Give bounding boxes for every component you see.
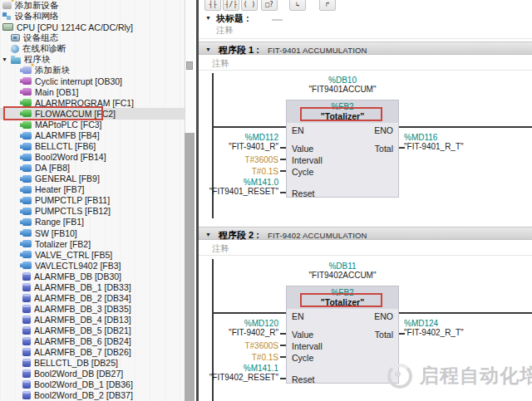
- tree-item[interactable]: ALARMFB_DB [DB30]: [0, 271, 185, 281]
- eno-pin: ENO: [374, 125, 393, 135]
- network-1-body: %DB10 "FIT9401ACCUM" %FB2 "Totalizer" EN…: [199, 73, 532, 220]
- tree-item[interactable]: PUMPCTLP [FB11]: [0, 195, 185, 206]
- instance-db-label[interactable]: %DB11 "FIT9402ACCUM": [286, 262, 399, 280]
- operand-value[interactable]: %MD112 "FIT-9401_R": [199, 133, 278, 151]
- tree-item[interactable]: VALVE_CTRL [FB5]: [0, 249, 185, 260]
- fb-icon: [22, 251, 32, 258]
- operand-value[interactable]: %MD120 "FIT-9402_R": [199, 319, 278, 337]
- empty-box-button[interactable]: □?: [261, 0, 278, 11]
- tree-item[interactable]: ▼ 程序块: [0, 54, 185, 65]
- tree-item[interactable]: Bool2Word_DB_1 [DB36]: [0, 379, 185, 390]
- tia-portal-window: 添加新设备 设备和网络 CPU [CPU 1214C AC/DC/Rly] 设备…: [0, 0, 532, 401]
- nc-contact-button[interactable]: ┤/├: [223, 0, 239, 11]
- collapse-icon[interactable]: ▼: [205, 15, 211, 21]
- network-comment[interactable]: 注释: [212, 58, 229, 70]
- tree-item[interactable]: ALARMFB_DB_3 [DB35]: [0, 303, 185, 314]
- tree-item[interactable]: Bool2Word_DB [DB27]: [0, 369, 185, 379]
- expander-icon[interactable]: ▼: [2, 56, 9, 62]
- network-icon: [2, 12, 12, 20]
- panel-splitter[interactable]: [185, 133, 195, 401]
- operand-cycle[interactable]: T#0.1S: [199, 167, 278, 176]
- block-title-label: 块标题 :: [216, 12, 249, 25]
- fb-icon: [22, 262, 32, 269]
- db-icon: [22, 380, 31, 389]
- tree-item[interactable]: MAPtoPLC [FC3]: [0, 120, 185, 130]
- db-icon: [22, 391, 31, 399]
- tree-item[interactable]: Bool2Word [FB14]: [0, 152, 185, 163]
- eno-pin: ENO: [374, 311, 393, 321]
- tree-item[interactable]: Totalizer [FB2]: [0, 238, 185, 249]
- tree-item[interactable]: ALARMFB [FB4]: [0, 130, 185, 141]
- tree-item[interactable]: SW [FB10]: [0, 227, 185, 238]
- fb-icon: [22, 175, 32, 183]
- collapse-icon[interactable]: ▼: [205, 46, 211, 52]
- wire: [280, 147, 286, 149]
- operand-cycle[interactable]: T#0.1S: [199, 353, 278, 362]
- tree-item[interactable]: Cyclic interrupt [OB30]: [0, 76, 185, 86]
- tree-item[interactable]: ALARMFB_DB_5 [DB21]: [0, 325, 185, 335]
- block-title-placeholder[interactable]: [272, 19, 283, 21]
- collapse-icon[interactable]: ▼: [205, 232, 211, 237]
- fb-icon: [22, 154, 32, 161]
- operand-reset[interactable]: %M141.0 "FIT9401_RESET": [199, 178, 278, 196]
- function-block-totalizer[interactable]: %FB2 "Totalizer" EN ENO Value Intervall …: [286, 286, 399, 384]
- operand-reset[interactable]: %M141.1 "FIT9402_RESET": [199, 364, 278, 382]
- network-1-header[interactable]: ▼ 程序段 1 : FIT-9401 ACCUMULATION: [199, 42, 532, 55]
- port-value: Value: [292, 330, 313, 340]
- tree-item[interactable]: ALARMFB_DB_4 [DB13]: [0, 314, 185, 325]
- db-icon: [22, 348, 31, 356]
- tree-item[interactable]: ALARMFB_DB_6 [DB24]: [0, 335, 185, 346]
- close-branch-button[interactable]: ↱: [319, 0, 336, 11]
- instance-db-label[interactable]: %DB10 "FIT9401ACCUM": [286, 76, 399, 94]
- tree-item[interactable]: ALARMFB_DB_7 [DB26]: [0, 347, 185, 358]
- function-block-totalizer[interactable]: %FB2 "Totalizer" EN ENO Value Intervall …: [286, 100, 399, 198]
- highlight-annotation-totalizer: [300, 107, 382, 121]
- tree-item[interactable]: VAVLECTL9402 [FB3]: [0, 260, 185, 271]
- ladder-toolbar: ┤├┤/├( )□?↳↱: [199, 0, 532, 11]
- network-2-header[interactable]: ▼ 程序段 2 : FIT-9402 ACCUMULATION: [199, 227, 532, 240]
- tree-item[interactable]: 添加新块: [0, 65, 185, 76]
- tree-item[interactable]: 在线和诊断: [0, 43, 185, 54]
- operand-total[interactable]: %MD116 "FIT-9401_R_T": [404, 133, 529, 151]
- network-subtitle: FIT-9401 ACCUMULATION: [268, 46, 367, 55]
- project-tree: 添加新设备 设备和网络 CPU [CPU 1214C AC/DC/Rly] 设备…: [0, 0, 185, 401]
- no-contact-button[interactable]: ┤├: [204, 0, 221, 11]
- tree-item[interactable]: 设备和网络: [0, 11, 185, 22]
- wire: [212, 312, 287, 314]
- tree-item[interactable]: 设备组态: [0, 32, 185, 43]
- tree-item[interactable]: Heater [FB7]: [0, 184, 185, 195]
- fc-icon: [22, 121, 32, 129]
- tree-item[interactable]: Main [OB1]: [0, 86, 185, 97]
- tree-item[interactable]: PUMPCTLS [FB12]: [0, 206, 185, 217]
- en-pin: EN: [292, 125, 304, 135]
- db-icon: [22, 337, 31, 345]
- tree-item[interactable]: Bool2Word_DB_2 [DB37]: [0, 390, 185, 401]
- diag-icon: [11, 45, 19, 53]
- operand-intervall[interactable]: T#3600S: [199, 341, 278, 350]
- scrollbar-thumb[interactable]: [186, 61, 193, 70]
- tree-item[interactable]: 添加新设备: [0, 0, 185, 11]
- tree-item[interactable]: Range [FB1]: [0, 217, 185, 227]
- operand-intervall[interactable]: T#3600S: [199, 155, 278, 164]
- tree-item[interactable]: ALARMFB_DB_2 [DB34]: [0, 292, 185, 303]
- block-header: %FB2 "Totalizer": [287, 100, 398, 123]
- tree-item[interactable]: CPU [CPU 1214C AC/DC/Rly]: [0, 22, 185, 32]
- open-branch-button[interactable]: ↳: [289, 0, 306, 11]
- config-icon: [11, 34, 20, 42]
- wire: [399, 126, 532, 128]
- operand-total[interactable]: %MD124 "FIT-9402_R_T": [404, 319, 529, 337]
- tree-item[interactable]: DA [FB8]: [0, 163, 185, 174]
- coil-button[interactable]: ( ): [241, 0, 258, 11]
- add-device-icon: [2, 2, 12, 9]
- highlight-annotation-totalizer: [300, 293, 382, 307]
- block-comment[interactable]: 注释: [216, 25, 234, 37]
- network-comment[interactable]: 注释: [212, 243, 229, 255]
- wire: [280, 378, 286, 379]
- tree-item[interactable]: BELLCTL [FB6]: [0, 141, 185, 152]
- tree-scrollbar[interactable]: [185, 0, 195, 401]
- port-total: Total: [375, 330, 393, 340]
- tree-item[interactable]: ALARMFB_DB_1 [DB33]: [0, 281, 185, 292]
- tree-item[interactable]: BELLCTL_DB [DB25]: [0, 358, 185, 369]
- tree-item[interactable]: GENERAL [FB9]: [0, 174, 185, 184]
- fb-icon: [22, 143, 32, 150]
